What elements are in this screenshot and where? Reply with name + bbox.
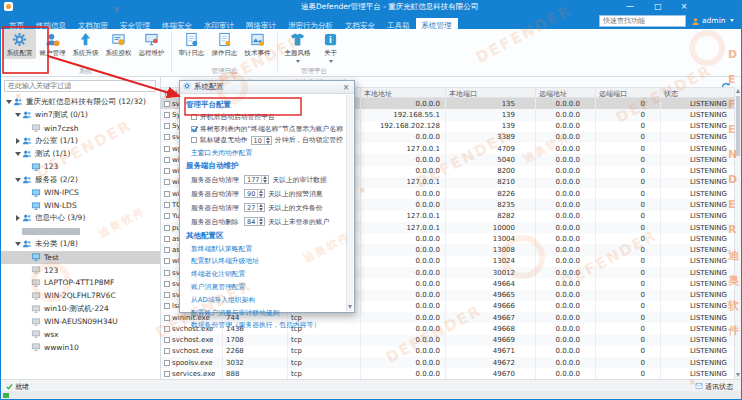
row-checkbox[interactable] [164,315,170,321]
tree-item-win7测试 (0/1)[interactable]: win7测试 (0/1) [1,109,160,122]
row-checkbox[interactable] [164,292,170,298]
ribbon-button-关于[interactable]: i关于 [314,29,347,64]
row-checkbox[interactable] [164,236,170,242]
ribbon-button-远程维护[interactable]: 远程维护 [135,29,168,59]
row-checkbox[interactable] [164,202,170,208]
collapse-icon[interactable] [13,242,22,246]
row-checkbox[interactable] [164,112,170,118]
number-spinner[interactable]: 90 [244,189,265,198]
column-header-本地地址[interactable]: 本地地址 [361,88,446,97]
number-spinner[interactable]: 10 [251,136,272,145]
ribbon-button-系统授权[interactable]: 系统授权 [102,29,135,59]
number-spinner[interactable]: 84 [244,217,265,226]
expand-icon[interactable] [13,215,22,221]
tree-item-测试 (1/1)[interactable]: 测试 (1/1) [1,148,160,161]
dialog-scrollbar[interactable] [346,95,353,311]
ribbon-button-系统配置[interactable]: 系统配置 [3,29,36,59]
number-spinner[interactable]: 177 [244,175,269,184]
row-checkbox[interactable] [164,348,170,354]
tree-item-Test[interactable]: Test [1,251,160,264]
checkbox[interactable] [191,114,197,120]
tree-item-WIN-2QLFHL7RV6C[interactable]: WIN-2QLFHL7RV6C [1,289,160,302]
table-row[interactable]: services.exe888tcp0.0.0.0496700.0.0.00LI… [161,368,736,379]
tree-item-WIN-IPCS[interactable]: WIN-IPCS [1,186,160,199]
row-checkbox[interactable] [164,225,170,231]
row-checkbox[interactable] [164,168,170,174]
tree-item-信息中心 (3/9)[interactable]: 信息中心 (3/9) [1,212,160,225]
number-spinner[interactable]: 27 [244,203,265,212]
dialog-close-icon[interactable]: × [341,83,351,92]
dialog-link[interactable]: 主窗口关闭动作配置 [191,148,343,158]
collapse-icon[interactable] [4,100,13,104]
row-checkbox[interactable] [164,213,170,219]
collapse-icon[interactable] [13,113,22,117]
tree-item-WIN-LDS[interactable]: WIN-LDS [1,199,160,212]
scroll-down-icon[interactable] [348,305,352,309]
row-checkbox[interactable] [164,101,170,107]
row-checkbox[interactable] [164,281,170,287]
tree-item-wwwin10[interactable]: wwwin10 [1,341,160,354]
row-checkbox[interactable] [164,157,170,163]
dialog-link[interactable]: 配置账户消息与审计联动规则 [191,308,343,318]
collapse-icon[interactable] [13,152,22,156]
tree-item-重庆光虹信息科技有限公司 (12/32)[interactable]: 重庆光虹信息科技有限公司 (12/32) [1,96,160,109]
search-input[interactable] [599,15,686,27]
tree-item-123[interactable]: 123 [1,160,160,173]
checkbox[interactable] [191,137,197,143]
scroll-down-icon[interactable] [736,373,740,377]
column-header-状态[interactable]: 状态 [661,88,736,97]
user-menu[interactable]: admin [691,14,734,27]
column-header-本地端口[interactable]: 本地端口 [446,88,536,97]
ribbon-button-系统升级[interactable]: 系统升级 [69,29,102,59]
table-scrollbar[interactable] [734,87,741,379]
tree-item-办公室 (1/1)[interactable]: 办公室 (1/1) [1,135,160,148]
tree-item-win10-测试机-224[interactable]: win10-测试机-224 [1,302,160,315]
column-header-远端地址[interactable]: 远端地址 [536,88,596,97]
ribbon-button-技术事件[interactable]: 技术事件 [241,29,274,59]
row-checkbox[interactable] [164,337,170,343]
tree-item-win7czsh[interactable]: win7czsh [1,122,160,135]
dialog-link[interactable]: 新终端默认策略配置 [191,244,343,254]
table-row[interactable]: svchost.exe2268tcp0.0.0.0496710.0.0.00LI… [161,346,736,357]
maximize-button[interactable]: □ [649,1,667,12]
tree-item-redacted[interactable] [1,225,160,238]
ribbon-button-操作日志[interactable]: 操作日志 [208,29,241,59]
row-checkbox[interactable] [164,179,170,185]
ribbon-button-主题风格[interactable]: 主题风格 [281,29,314,64]
row-checkbox[interactable] [164,303,170,309]
column-header-远端端口[interactable]: 远端端口 [596,88,661,97]
tree-item-服务器 (2/2)[interactable]: 服务器 (2/2) [1,173,160,186]
checkbox[interactable] [191,126,197,132]
row-checkbox[interactable] [164,146,170,152]
row-checkbox[interactable] [164,360,170,366]
dialog-link[interactable]: 账户消息管理配置 [191,282,343,292]
ribbon-button-审计日志[interactable]: 审计日志 [175,29,208,59]
expand-icon[interactable] [13,138,22,144]
dialog-link[interactable]: 配置默认终端升级地址 [191,256,343,266]
scroll-up-icon[interactable] [736,89,740,93]
row-checkbox[interactable] [164,258,170,264]
dialog-link[interactable]: 数据备份管理（服务器执行，包括内容等） [191,320,343,330]
collapse-icon[interactable] [13,178,22,182]
dialog-link[interactable]: 终端老化注销配置 [191,269,343,279]
ribbon-button-账户管理[interactable]: 账户管理 [36,29,69,59]
tree-filter-input[interactable] [4,80,156,92]
refresh-icon[interactable] [721,77,731,87]
row-checkbox[interactable] [164,326,170,332]
tree-item-LAPTOP-4TT1P8MF[interactable]: LAPTOP-4TT1P8MF [1,276,160,289]
tree-item-wsx[interactable]: wsx [1,328,160,341]
row-checkbox[interactable] [164,134,170,140]
table-row[interactable]: spoolsv.exe3032tcp0.0.0.0496720.0.0.00LI… [161,357,736,368]
tree-item-123[interactable]: 123 [1,264,160,277]
row-checkbox[interactable] [164,123,170,129]
tree-item-WIN-AEUSN09H34U[interactable]: WIN-AEUSN09H34U [1,315,160,328]
row-checkbox[interactable] [164,247,170,253]
table-row[interactable]: svchost.exe1708tcp0.0.0.0496690.0.0.00LI… [161,335,736,346]
row-checkbox[interactable] [164,371,170,377]
scroll-thumb[interactable] [736,96,740,156]
dialog-link[interactable]: 从AD域导入组织架构 [191,295,343,305]
tree-item-未分类 (1/8)[interactable]: 未分类 (1/8) [1,238,160,251]
dialog-title-bar[interactable]: 系统配置 × [180,81,354,94]
row-checkbox[interactable] [164,191,170,197]
minimize-button[interactable]: — [621,1,639,12]
